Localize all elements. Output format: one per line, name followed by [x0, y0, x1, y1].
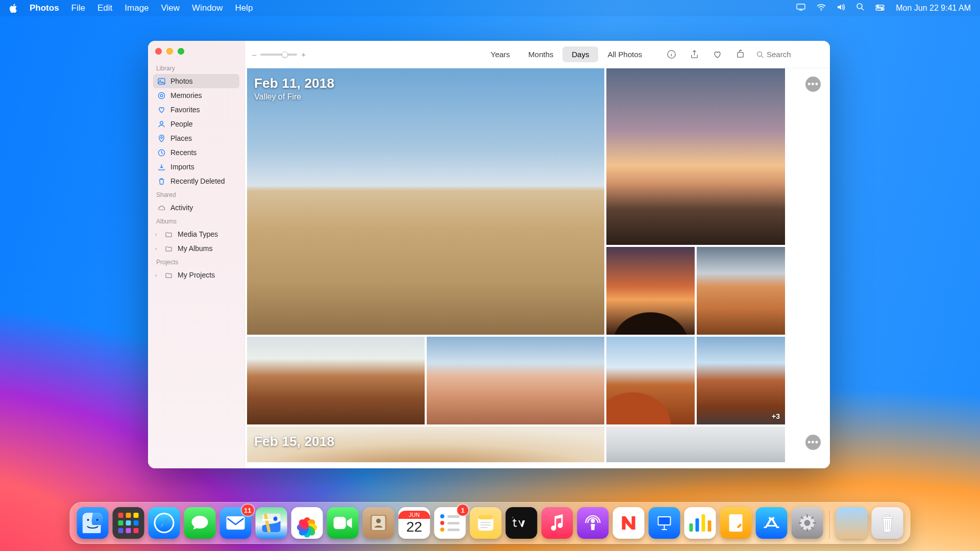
dock-numbers[interactable] [684, 507, 716, 539]
sidebar-item-recently-deleted[interactable]: Recently Deleted [153, 174, 239, 188]
dock-news[interactable] [613, 507, 645, 539]
day-subtitle: Valley of Fire [254, 92, 334, 102]
dock-maps[interactable] [256, 507, 287, 539]
dock-settings[interactable] [792, 507, 823, 539]
dock-appstore[interactable] [756, 507, 788, 539]
photos-window: Library Photos Memories Favorites People… [148, 41, 830, 468]
menubar-datetime[interactable]: Mon Jun 22 9:41 AM [896, 4, 971, 13]
zoom-slider[interactable]: – + [252, 50, 306, 59]
sidebar-item-label: My Projects [178, 271, 235, 279]
menubar-app-name[interactable]: Photos [30, 3, 59, 13]
sidebar-item-memories[interactable]: Memories [153, 88, 239, 103]
slider-thumb[interactable] [282, 52, 288, 58]
content-area: – + Years Months Days All Photos [245, 41, 830, 468]
dock-podcasts[interactable] [577, 507, 609, 539]
zoom-in-icon[interactable]: + [301, 50, 306, 59]
search-field[interactable] [756, 50, 823, 59]
search-input[interactable] [767, 50, 813, 59]
control-center-icon[interactable] [875, 3, 885, 13]
photo-grid[interactable]: Feb 11, 2018 Valley of Fire ••• [245, 68, 830, 468]
sidebar-item-favorites[interactable]: Favorites [153, 103, 239, 117]
spotlight-icon[interactable] [856, 3, 864, 13]
screen-mirroring-icon[interactable] [796, 3, 805, 13]
dock-downloads[interactable] [836, 507, 868, 539]
volume-icon[interactable] [837, 3, 845, 13]
svg-rect-40 [882, 516, 893, 518]
dock: 11 JUN 22 1 [70, 502, 911, 544]
svg-point-8 [159, 80, 160, 81]
photo-tile[interactable] [606, 68, 785, 245]
people-icon [157, 120, 165, 128]
photo-tile[interactable] [697, 247, 785, 335]
menu-edit[interactable]: Edit [97, 3, 112, 13]
close-button[interactable] [155, 48, 162, 55]
slider-track[interactable] [260, 54, 297, 56]
rotate-icon[interactable] [736, 49, 745, 59]
sidebar-item-media-types[interactable]: › Media Types [153, 227, 239, 241]
menu-view[interactable]: View [161, 3, 180, 13]
calendar-month: JUN [399, 511, 430, 519]
svg-point-2 [857, 4, 862, 9]
sidebar-item-places[interactable]: Places [153, 131, 239, 145]
day-more-button[interactable]: ••• [805, 77, 821, 92]
info-icon[interactable] [667, 49, 676, 59]
dock-trash[interactable] [872, 507, 903, 539]
dock-calendar[interactable]: JUN 22 [399, 507, 430, 539]
share-icon[interactable] [690, 49, 699, 59]
dock-facetime[interactable] [327, 507, 359, 539]
dock-pages[interactable] [720, 507, 752, 539]
photo-tile[interactable] [606, 337, 695, 424]
photo-tile[interactable]: +3 [697, 337, 785, 424]
svg-point-18 [87, 519, 89, 521]
tab-all-photos[interactable]: All Photos [598, 46, 651, 62]
svg-rect-0 [797, 4, 805, 9]
photo-tile[interactable] [247, 68, 604, 335]
view-segmented-control: Years Months Days All Photos [481, 46, 651, 62]
sidebar-item-photos[interactable]: Photos [153, 74, 239, 88]
photo-tile[interactable] [427, 337, 604, 424]
sidebar-section-albums: Albums [153, 215, 239, 227]
chevron-right-icon: › [155, 272, 159, 278]
menu-window[interactable]: Window [192, 3, 223, 13]
menu-image[interactable]: Image [125, 3, 149, 13]
dock-keynote[interactable] [649, 507, 680, 539]
tab-months[interactable]: Months [519, 46, 562, 62]
clock-icon [157, 148, 165, 157]
sidebar-item-recents[interactable]: Recents [153, 145, 239, 160]
dock-tv[interactable] [506, 507, 537, 539]
wifi-icon[interactable] [817, 3, 826, 13]
apple-menu[interactable] [9, 4, 17, 13]
day-more-button[interactable]: ••• [805, 435, 821, 450]
dock-music[interactable] [542, 507, 573, 539]
dock-mail[interactable]: 11 [220, 507, 252, 539]
dock-launchpad[interactable] [113, 507, 144, 539]
svg-point-10 [160, 94, 163, 97]
sidebar-item-people[interactable]: People [153, 117, 239, 131]
tab-years[interactable]: Years [481, 46, 519, 62]
tab-days[interactable]: Days [562, 46, 598, 62]
sidebar-item-imports[interactable]: Imports [153, 160, 239, 174]
menu-help[interactable]: Help [235, 3, 253, 13]
svg-point-11 [160, 121, 163, 124]
zoom-out-icon[interactable]: – [252, 50, 256, 59]
menu-file[interactable]: File [71, 3, 85, 13]
sidebar-item-activity[interactable]: Activity [153, 201, 239, 215]
dock-messages[interactable] [184, 507, 216, 539]
dock-reminders[interactable]: 1 [434, 507, 466, 539]
dock-notes[interactable] [470, 507, 502, 539]
sidebar-item-my-projects[interactable]: › My Projects [153, 268, 239, 282]
fullscreen-button[interactable] [178, 48, 184, 55]
minimize-button[interactable] [166, 48, 173, 55]
svg-point-31 [376, 519, 381, 523]
dock-safari[interactable] [149, 507, 180, 539]
photo-tile[interactable] [247, 337, 425, 424]
sidebar-item-my-albums[interactable]: › My Albums [153, 241, 239, 256]
favorite-icon[interactable] [713, 49, 722, 59]
photo-tile[interactable] [606, 427, 785, 462]
mail-badge: 11 [241, 505, 254, 516]
photo-tile[interactable] [606, 247, 695, 335]
sidebar-section-library: Library [153, 62, 239, 74]
dock-contacts[interactable] [363, 507, 395, 539]
dock-finder[interactable] [77, 507, 109, 539]
dock-photos[interactable] [291, 507, 323, 539]
